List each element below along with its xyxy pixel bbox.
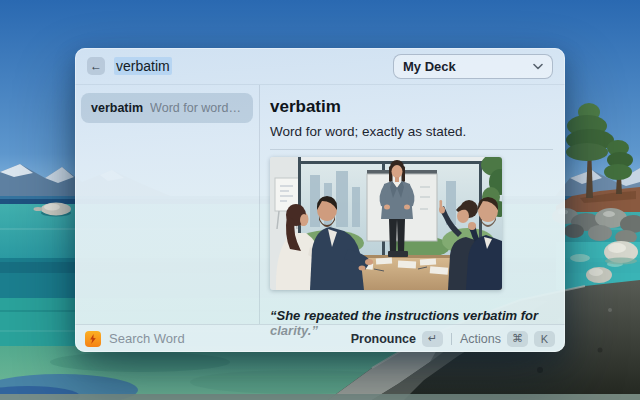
command-key-icon: ⌘ [507,331,528,347]
window-content: verbatim Word for word; exactl... verbat… [75,85,565,324]
result-item-verbatim[interactable]: verbatim Word for word; exactl... [81,93,253,123]
footer-divider [451,333,452,345]
window-topbar: ← verbatim My Deck [75,48,565,85]
flashcard-app-icon [85,331,101,347]
app-name: Search Word [109,331,343,346]
deck-dropdown-label: My Deck [403,59,525,74]
back-button[interactable]: ← [87,57,105,75]
meeting-photo [270,157,502,290]
actions-menu[interactable]: Actions ⌘ K [460,331,555,347]
result-preview: Word for word; exactl... [150,101,243,115]
app-window: ← verbatim My Deck verbatim Word for wor… [75,48,565,352]
k-key: K [534,331,555,347]
desktop: ← verbatim My Deck verbatim Word for wor… [0,0,640,400]
window-footer: Search Word Pronounce ↵ Actions ⌘ K [75,324,565,352]
pronounce-label: Pronounce [351,332,416,346]
results-sidebar: verbatim Word for word; exactl... [75,85,260,324]
deck-dropdown[interactable]: My Deck [393,54,553,79]
detail-divider [270,149,553,150]
word-title: verbatim [270,97,553,117]
return-key-icon: ↵ [422,331,443,347]
back-arrow-icon: ← [90,57,102,75]
chevron-down-icon [533,63,543,70]
word-definition: Word for word; exactly as stated. [270,124,553,139]
detail-panel: verbatim Word for word; exactly as state… [260,85,565,324]
actions-label: Actions [460,332,501,346]
result-word: verbatim [91,101,143,115]
search-input[interactable]: verbatim [114,58,393,74]
pronounce-action[interactable]: Pronounce ↵ [351,331,443,347]
search-input-value: verbatim [114,57,172,75]
